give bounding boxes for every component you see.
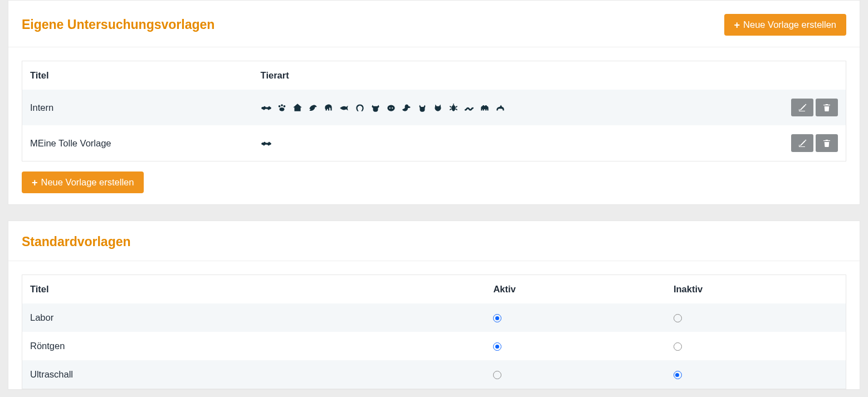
edit-button[interactable] <box>791 134 813 152</box>
row-actions <box>779 90 846 125</box>
house-icon <box>292 102 303 112</box>
own-templates-title: Eigene Untersuchungsvorlagen <box>22 17 214 32</box>
row-actions <box>779 125 846 161</box>
col-header-titel: Titel <box>22 61 253 90</box>
std-col-header-inaktiv: Inaktiv <box>666 275 846 304</box>
own-templates-header: Eigene Untersuchungsvorlagen + Neue Vorl… <box>8 1 860 47</box>
table-row: Labor <box>22 303 846 332</box>
inaktiv-cell <box>666 332 846 360</box>
cat-icon <box>432 102 443 112</box>
plus-icon: + <box>734 20 740 30</box>
standard-templates-header-row: Titel Aktiv Inaktiv <box>22 275 846 304</box>
row-title: Röntgen <box>22 332 486 360</box>
duck-icon <box>401 102 412 112</box>
inaktiv-radio[interactable] <box>674 342 682 351</box>
std-col-header-titel: Titel <box>22 275 486 304</box>
bug-icon <box>448 102 459 112</box>
aktiv-radio[interactable] <box>493 371 501 379</box>
standard-templates-table: Titel Aktiv Inaktiv LaborRöntgenUltrasch… <box>22 275 846 389</box>
delete-button[interactable] <box>816 99 838 116</box>
standard-templates-header: Standardvorlagen <box>8 221 860 261</box>
own-templates-card: Eigene Untersuchungsvorlagen + Neue Vorl… <box>8 0 860 205</box>
bone-icon <box>261 138 272 148</box>
delete-button[interactable] <box>816 134 838 152</box>
cow-icon <box>370 102 381 112</box>
row-title: Intern <box>22 90 253 125</box>
table-row: Röntgen <box>22 332 846 360</box>
own-templates-header-row: Titel Tierart <box>22 61 846 90</box>
pig-icon <box>386 102 397 112</box>
table-row: Intern <box>22 90 846 125</box>
aktiv-cell <box>485 332 666 360</box>
row-title: MEine Tolle Vorlage <box>22 125 253 161</box>
inaktiv-cell <box>666 303 846 332</box>
inaktiv-cell <box>666 360 846 389</box>
paw-icon <box>276 102 287 112</box>
row-title: Labor <box>22 303 486 332</box>
edit-button[interactable] <box>791 99 813 116</box>
inaktiv-radio[interactable] <box>674 371 682 379</box>
row-title: Ultraschall <box>22 360 486 389</box>
aktiv-cell <box>485 360 666 389</box>
row-species <box>253 125 779 161</box>
aktiv-cell <box>485 303 666 332</box>
dog-small-icon <box>495 102 506 112</box>
standard-templates-title: Standardvorlagen <box>22 234 131 249</box>
horseshoe-icon <box>354 102 365 112</box>
new-template-button-bottom[interactable]: + Neue Vorlage erstellen <box>22 171 144 193</box>
new-template-button-top-label: Neue Vorlage erstellen <box>743 19 836 30</box>
snake-icon <box>464 102 475 112</box>
standard-templates-card: Standardvorlagen Titel Aktiv Inaktiv Lab… <box>8 220 860 390</box>
elephant-icon <box>323 102 334 112</box>
own-templates-table: Titel Tierart InternMEine Tolle Vorlage <box>22 61 846 161</box>
goat-icon <box>417 102 428 112</box>
table-row: Ultraschall <box>22 360 846 389</box>
new-template-button-top[interactable]: + Neue Vorlage erstellen <box>724 14 846 36</box>
aktiv-radio[interactable] <box>493 342 501 351</box>
camel-icon <box>479 102 490 112</box>
bird-icon <box>308 102 319 112</box>
col-header-tierart: Tierart <box>253 61 779 90</box>
bone-icon <box>261 102 272 112</box>
row-species <box>253 90 779 125</box>
aktiv-radio[interactable] <box>493 314 501 322</box>
table-row: MEine Tolle Vorlage <box>22 125 846 161</box>
plus-icon: + <box>32 178 38 188</box>
fish-icon <box>339 102 350 112</box>
inaktiv-radio[interactable] <box>674 314 682 322</box>
new-template-button-bottom-label: Neue Vorlage erstellen <box>41 177 134 188</box>
std-col-header-aktiv: Aktiv <box>485 275 666 304</box>
